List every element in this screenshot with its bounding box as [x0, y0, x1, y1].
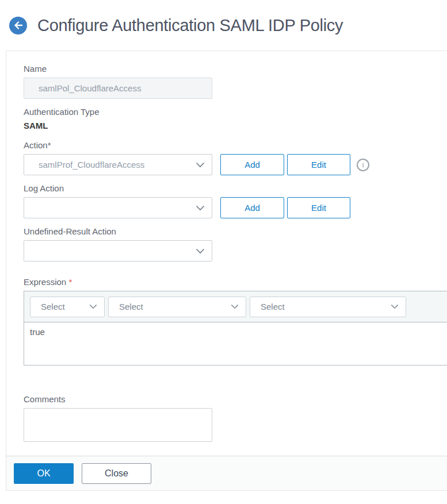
name-input [24, 78, 212, 99]
comments-label: Comments [24, 394, 447, 404]
name-label: Name [24, 64, 447, 74]
undefined-result-action-select[interactable] [24, 240, 212, 261]
action-label: Action* [24, 140, 447, 150]
comments-group: Comments [24, 394, 447, 444]
expression-operand-select-1[interactable]: Select [30, 297, 105, 317]
form-footer: OK Close [6, 456, 447, 491]
auth-type-group: Authentication Type SAML [24, 107, 447, 130]
comments-input[interactable] [24, 408, 212, 442]
expression-group: Expression * Select Select [24, 277, 447, 366]
required-asterisk: * [68, 277, 72, 287]
expression-builder: Select Select Select [24, 291, 447, 366]
auth-type-value: SAML [24, 121, 447, 130]
action-select[interactable]: samlProf_CloudflareAccess [24, 154, 212, 175]
action-edit-button[interactable]: Edit [287, 154, 350, 175]
auth-type-label: Authentication Type [24, 107, 447, 117]
log-action-label: Log Action [24, 183, 447, 193]
close-button[interactable]: Close [82, 463, 151, 484]
info-icon[interactable]: i [357, 159, 369, 171]
page-title: Configure Authentication SAML IDP Policy [37, 16, 343, 35]
name-field-group: Name [24, 64, 447, 99]
action-group: Action* samlProf_CloudflareAccess Add Ed… [24, 140, 447, 175]
expression-label: Expression * [24, 277, 447, 287]
form-panel: Name Authentication Type SAML Action* sa… [6, 51, 447, 491]
ok-button[interactable]: OK [14, 463, 74, 484]
action-select-value: samlProf_CloudflareAccess [39, 160, 196, 170]
back-button[interactable] [9, 17, 27, 34]
chevron-down-icon [391, 304, 399, 309]
expression-operand-select-3[interactable]: Select [250, 297, 406, 317]
chevron-down-icon [196, 205, 205, 211]
expression-operand-select-2[interactable]: Select [108, 297, 246, 317]
chevron-down-icon [196, 248, 205, 254]
log-action-group: Log Action Add Edit [24, 183, 447, 218]
expression-toolbar: Select Select Select [24, 291, 447, 322]
chevron-down-icon [231, 304, 239, 309]
log-action-edit-button[interactable]: Edit [287, 197, 350, 218]
action-add-button[interactable]: Add [220, 154, 284, 175]
log-action-add-button[interactable]: Add [220, 197, 284, 218]
undefined-result-action-group: Undefined-Result Action [24, 226, 447, 261]
undefined-result-action-label: Undefined-Result Action [24, 226, 447, 236]
chevron-down-icon [196, 162, 205, 168]
page-header: Configure Authentication SAML IDP Policy [0, 0, 447, 51]
chevron-down-icon [89, 304, 97, 309]
expression-input[interactable]: true [24, 322, 447, 365]
arrow-left-icon [14, 21, 23, 29]
log-action-select[interactable] [24, 197, 212, 218]
